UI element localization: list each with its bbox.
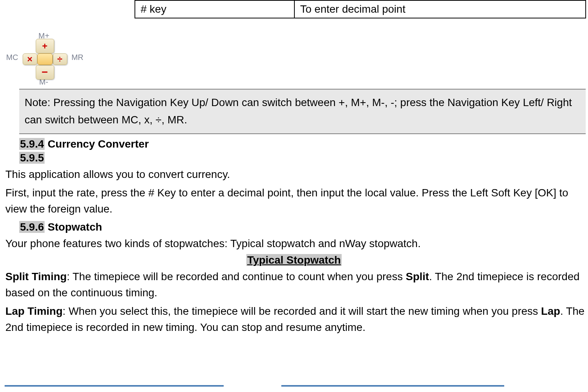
section-596-title: Stopwatch [45,221,102,233]
split-bold: Split [406,271,429,282]
dpad: + − × ÷ [22,37,68,82]
split-timing-label: Split Timing [5,271,67,282]
dpad-down-minus-icon: − [36,65,54,80]
typical-stopwatch-heading: Typical Stopwatch [0,254,588,266]
lap-timing-paragraph: Lap Timing: When you select this, the ti… [5,303,586,336]
typical-stopwatch-label: Typical Stopwatch [246,254,342,266]
key-table-row: # key To enter decimal point [135,0,586,18]
footer-line-right [281,385,504,387]
lap-bold: Lap [541,305,560,317]
stopwatch-intro: Your phone features two kinds of stopwat… [5,236,586,252]
calculator-dpad-image: M+ M- MC MR + − × ÷ [5,33,84,85]
table-cell-key: # key [135,1,295,18]
section-596-num: 5.9.6 [19,221,45,233]
split-text-1: : The timepiece will be recorded and con… [67,271,406,282]
section-594-num: 5.9.4 [19,138,45,150]
navigation-note: Note: Pressing the Navigation Key Up/ Do… [19,89,586,134]
currency-paragraph-2: First, input the rate, press the # Key t… [5,185,586,217]
dpad-center [37,53,53,65]
footer-line-left [5,385,224,387]
section-594-heading: 5.9.4 Currency Converter [19,138,588,150]
label-mr: MR [71,53,83,62]
table-cell-desc: To enter decimal point [295,1,585,18]
dpad-right-div-icon: ÷ [53,53,67,65]
section-595-heading: 5.9.5 [19,152,588,164]
section-596-heading: 5.9.6 Stopwatch [19,221,588,233]
dpad-up-plus-icon: + [36,39,54,53]
lap-timing-label: Lap Timing [5,305,63,317]
currency-paragraph-1: This application allows you to convert c… [5,166,586,183]
label-mc: MC [6,53,18,62]
split-timing-paragraph: Split Timing: The timepiece will be reco… [5,269,586,301]
lap-text-1: : When you select this, the timepiece wi… [63,305,541,317]
section-595-num: 5.9.5 [19,152,45,164]
section-594-title: Currency Converter [45,138,149,150]
dpad-left-mult-icon: × [23,53,37,65]
